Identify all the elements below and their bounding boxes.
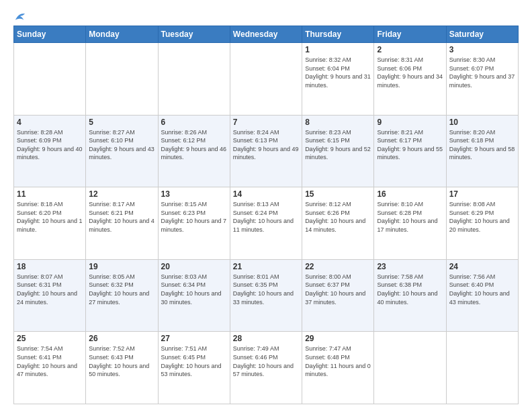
day-number: 19 [89, 262, 154, 271]
calendar-cell-1-2 [86, 43, 158, 116]
day-info: Sunrise: 8:24 AM Sunset: 6:13 PM Dayligh… [233, 129, 299, 161]
calendar-week-2: 4Sunrise: 8:28 AM Sunset: 6:09 PM Daylig… [14, 115, 519, 187]
day-number: 8 [305, 118, 371, 127]
day-info: Sunrise: 8:23 AM Sunset: 6:15 PM Dayligh… [305, 129, 371, 161]
calendar-cell-3-1: 11Sunrise: 8:18 AM Sunset: 6:20 PM Dayli… [14, 187, 86, 260]
calendar-cell-5-5: 29Sunrise: 7:47 AM Sunset: 6:48 PM Dayli… [302, 332, 374, 404]
day-number: 4 [17, 118, 83, 127]
calendar-week-5: 25Sunrise: 7:54 AM Sunset: 6:41 PM Dayli… [14, 332, 519, 404]
day-number: 13 [161, 189, 227, 199]
day-info: Sunrise: 8:30 AM Sunset: 6:07 PM Dayligh… [449, 56, 515, 89]
day-number: 12 [89, 189, 154, 199]
day-number: 22 [305, 262, 371, 271]
calendar-cell-2-2: 5Sunrise: 8:27 AM Sunset: 6:10 PM Daylig… [86, 115, 158, 187]
day-info: Sunrise: 8:15 AM Sunset: 6:23 PM Dayligh… [161, 201, 227, 233]
calendar-cell-2-6: 9Sunrise: 8:21 AM Sunset: 6:17 PM Daylig… [374, 115, 446, 187]
calendar-dow-saturday: Saturday [446, 26, 518, 43]
calendar-cell-2-3: 6Sunrise: 8:26 AM Sunset: 6:12 PM Daylig… [158, 115, 230, 187]
calendar-table: SundayMondayTuesdayWednesdayThursdayFrid… [13, 26, 519, 404]
calendar-cell-5-7 [446, 332, 518, 404]
day-number: 14 [233, 189, 299, 199]
calendar-dow-sunday: Sunday [14, 26, 86, 43]
day-number: 28 [233, 334, 299, 343]
day-number: 15 [305, 189, 371, 199]
day-info: Sunrise: 8:00 AM Sunset: 6:37 PM Dayligh… [305, 273, 365, 306]
day-number: 29 [305, 334, 371, 343]
calendar-cell-4-4: 21Sunrise: 8:01 AM Sunset: 6:35 PM Dayli… [230, 259, 302, 332]
day-number: 26 [89, 334, 154, 343]
calendar-week-3: 11Sunrise: 8:18 AM Sunset: 6:20 PM Dayli… [14, 187, 519, 260]
calendar-cell-3-7: 17Sunrise: 8:08 AM Sunset: 6:29 PM Dayli… [446, 187, 518, 260]
calendar-cell-1-7: 3Sunrise: 8:30 AM Sunset: 6:07 PM Daylig… [446, 43, 518, 116]
calendar-cell-1-6: 2Sunrise: 8:31 AM Sunset: 6:06 PM Daylig… [374, 43, 446, 116]
calendar-header-row: SundayMondayTuesdayWednesdayThursdayFrid… [14, 26, 519, 43]
logo-bird-icon [14, 11, 26, 23]
calendar-cell-5-2: 26Sunrise: 7:52 AM Sunset: 6:43 PM Dayli… [86, 332, 158, 404]
calendar-cell-1-5: 1Sunrise: 8:32 AM Sunset: 6:04 PM Daylig… [302, 43, 374, 116]
calendar-dow-tuesday: Tuesday [158, 26, 230, 43]
calendar-dow-monday: Monday [86, 26, 158, 43]
day-info: Sunrise: 8:28 AM Sunset: 6:09 PM Dayligh… [17, 129, 83, 161]
day-number: 27 [161, 334, 227, 343]
calendar-cell-3-4: 14Sunrise: 8:13 AM Sunset: 6:24 PM Dayli… [230, 187, 302, 260]
day-info: Sunrise: 8:08 AM Sunset: 6:29 PM Dayligh… [449, 201, 510, 233]
calendar-cell-3-6: 16Sunrise: 8:10 AM Sunset: 6:28 PM Dayli… [374, 187, 446, 260]
day-info: Sunrise: 8:20 AM Sunset: 6:18 PM Dayligh… [449, 129, 515, 161]
day-info: Sunrise: 7:58 AM Sunset: 6:38 PM Dayligh… [377, 273, 437, 306]
calendar-cell-2-5: 8Sunrise: 8:23 AM Sunset: 6:15 PM Daylig… [302, 115, 374, 187]
day-number: 24 [449, 262, 515, 271]
calendar-week-4: 18Sunrise: 8:07 AM Sunset: 6:31 PM Dayli… [14, 259, 519, 332]
day-info: Sunrise: 8:18 AM Sunset: 6:20 PM Dayligh… [17, 201, 83, 233]
day-number: 10 [449, 118, 515, 127]
day-number: 6 [161, 118, 227, 127]
day-info: Sunrise: 8:12 AM Sunset: 6:26 PM Dayligh… [305, 201, 365, 233]
calendar-dow-thursday: Thursday [302, 26, 374, 43]
calendar-cell-4-5: 22Sunrise: 8:00 AM Sunset: 6:37 PM Dayli… [302, 259, 374, 332]
day-info: Sunrise: 8:21 AM Sunset: 6:17 PM Dayligh… [377, 129, 443, 161]
logo [13, 11, 26, 20]
day-info: Sunrise: 7:51 AM Sunset: 6:45 PM Dayligh… [161, 345, 222, 377]
day-number: 21 [233, 262, 299, 271]
day-info: Sunrise: 8:03 AM Sunset: 6:34 PM Dayligh… [161, 273, 222, 306]
calendar-cell-3-5: 15Sunrise: 8:12 AM Sunset: 6:26 PM Dayli… [302, 187, 374, 260]
calendar-cell-1-1 [14, 43, 86, 116]
day-info: Sunrise: 8:26 AM Sunset: 6:12 PM Dayligh… [161, 129, 227, 161]
calendar-cell-4-3: 20Sunrise: 8:03 AM Sunset: 6:34 PM Dayli… [158, 259, 230, 332]
day-number: 3 [449, 45, 515, 54]
calendar-cell-5-3: 27Sunrise: 7:51 AM Sunset: 6:45 PM Dayli… [158, 332, 230, 404]
calendar-cell-2-7: 10Sunrise: 8:20 AM Sunset: 6:18 PM Dayli… [446, 115, 518, 187]
day-number: 5 [89, 118, 154, 127]
day-number: 20 [161, 262, 227, 271]
day-number: 17 [449, 189, 515, 199]
day-info: Sunrise: 8:10 AM Sunset: 6:28 PM Dayligh… [377, 201, 437, 233]
day-number: 18 [17, 262, 83, 271]
day-info: Sunrise: 7:56 AM Sunset: 6:40 PM Dayligh… [449, 273, 510, 306]
day-info: Sunrise: 8:13 AM Sunset: 6:24 PM Dayligh… [233, 201, 294, 233]
day-info: Sunrise: 8:32 AM Sunset: 6:04 PM Dayligh… [305, 56, 371, 89]
calendar-cell-4-6: 23Sunrise: 7:58 AM Sunset: 6:38 PM Dayli… [374, 259, 446, 332]
day-number: 1 [305, 45, 371, 54]
day-number: 11 [17, 189, 83, 199]
calendar-cell-1-3 [158, 43, 230, 116]
calendar-cell-4-7: 24Sunrise: 7:56 AM Sunset: 6:40 PM Dayli… [446, 259, 518, 332]
day-info: Sunrise: 7:52 AM Sunset: 6:43 PM Dayligh… [89, 345, 149, 377]
day-info: Sunrise: 8:05 AM Sunset: 6:32 PM Dayligh… [89, 273, 149, 306]
calendar-week-1: 1Sunrise: 8:32 AM Sunset: 6:04 PM Daylig… [14, 43, 519, 116]
calendar-cell-2-1: 4Sunrise: 8:28 AM Sunset: 6:09 PM Daylig… [14, 115, 86, 187]
calendar-cell-4-1: 18Sunrise: 8:07 AM Sunset: 6:31 PM Dayli… [14, 259, 86, 332]
calendar-cell-1-4 [230, 43, 302, 116]
day-info: Sunrise: 8:07 AM Sunset: 6:31 PM Dayligh… [17, 273, 77, 306]
day-info: Sunrise: 8:27 AM Sunset: 6:10 PM Dayligh… [89, 129, 154, 161]
day-info: Sunrise: 8:17 AM Sunset: 6:21 PM Dayligh… [89, 201, 154, 233]
calendar-dow-wednesday: Wednesday [230, 26, 302, 43]
day-number: 9 [377, 118, 443, 127]
calendar-cell-3-3: 13Sunrise: 8:15 AM Sunset: 6:23 PM Dayli… [158, 187, 230, 260]
day-number: 16 [377, 189, 443, 199]
calendar-cell-5-6 [374, 332, 446, 404]
day-number: 23 [377, 262, 443, 271]
day-number: 7 [233, 118, 299, 127]
calendar-cell-3-2: 12Sunrise: 8:17 AM Sunset: 6:21 PM Dayli… [86, 187, 158, 260]
day-info: Sunrise: 8:31 AM Sunset: 6:06 PM Dayligh… [377, 56, 443, 89]
day-info: Sunrise: 7:47 AM Sunset: 6:48 PM Dayligh… [305, 345, 371, 377]
day-info: Sunrise: 7:54 AM Sunset: 6:41 PM Dayligh… [17, 345, 77, 377]
